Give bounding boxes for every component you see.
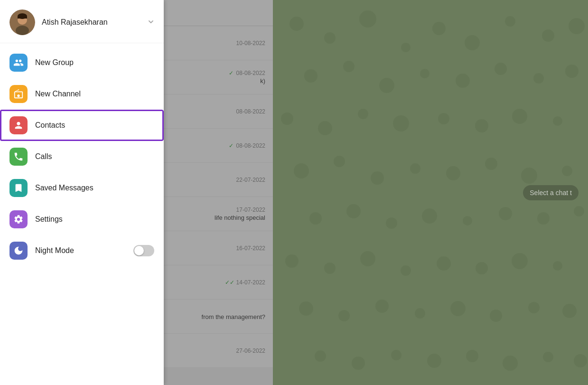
svg-point-36 (422, 208, 437, 224)
svg-point-63 (543, 352, 553, 362)
svg-point-1 (324, 32, 336, 44)
svg-point-40 (574, 206, 584, 216)
svg-point-2 (359, 10, 376, 28)
svg-point-59 (391, 350, 401, 360)
svg-point-6 (505, 16, 515, 27)
svg-point-20 (393, 115, 409, 131)
app-container: 10-08-2022 ✓ 08-08-2022 k) 08-08-2022 ✓ … (0, 0, 588, 385)
svg-point-23 (512, 109, 527, 124)
svg-point-34 (346, 204, 361, 218)
sidebar-item-new-group[interactable]: New Group (0, 47, 164, 78)
svg-point-21 (438, 113, 449, 124)
svg-point-19 (358, 109, 368, 119)
svg-point-16 (565, 65, 579, 78)
svg-point-45 (437, 256, 451, 271)
svg-point-57 (315, 350, 326, 362)
svg-point-8 (569, 18, 585, 34)
svg-point-12 (420, 69, 429, 78)
moon-icon (9, 242, 28, 260)
svg-point-39 (537, 212, 550, 225)
svg-point-38 (499, 207, 512, 220)
svg-point-27 (371, 171, 384, 185)
svg-point-31 (521, 168, 537, 184)
settings-label: Settings (35, 215, 154, 224)
svg-point-28 (410, 163, 420, 174)
chevron-down-icon (148, 19, 154, 27)
svg-point-5 (465, 35, 480, 50)
svg-point-52 (415, 308, 425, 319)
saved-messages-label: Saved Messages (35, 184, 154, 192)
svg-point-4 (432, 22, 446, 35)
svg-point-35 (386, 217, 397, 229)
gear-icon (9, 210, 28, 228)
svg-point-0 (289, 17, 304, 31)
contacts-label: Contacts (35, 121, 154, 130)
menu-items: New Group New Channel Contacts (0, 43, 164, 385)
sidebar-item-contacts[interactable]: Contacts (0, 110, 164, 141)
svg-point-54 (490, 310, 502, 322)
svg-point-64 (574, 354, 587, 367)
avatar (9, 9, 35, 35)
svg-point-29 (446, 166, 460, 180)
svg-point-32 (562, 166, 572, 176)
chat-background: Select a chat t (273, 0, 588, 385)
calls-label: Calls (35, 152, 154, 161)
svg-point-9 (304, 69, 317, 83)
svg-point-14 (495, 63, 507, 75)
night-mode-toggle[interactable] (133, 245, 154, 256)
svg-point-30 (485, 158, 497, 170)
svg-point-51 (375, 300, 389, 313)
svg-point-58 (352, 357, 365, 370)
svg-point-42 (324, 263, 336, 274)
svg-point-48 (553, 261, 562, 271)
svg-point-13 (456, 74, 470, 88)
svg-point-37 (463, 216, 472, 225)
user-profile[interactable]: Atish Rajasekharan (0, 0, 164, 43)
svg-point-60 (427, 354, 441, 368)
people-icon (9, 54, 28, 72)
svg-point-55 (528, 302, 540, 313)
svg-point-22 (475, 119, 488, 132)
user-name: Atish Rajasekharan (42, 18, 141, 27)
svg-point-15 (533, 73, 544, 84)
new-group-label: New Group (35, 58, 154, 67)
sidebar-item-calls[interactable]: Calls (0, 141, 164, 172)
svg-point-67 (16, 26, 29, 35)
svg-point-17 (281, 113, 293, 125)
svg-point-47 (512, 253, 528, 269)
svg-point-24 (553, 116, 562, 126)
svg-point-3 (401, 43, 411, 52)
svg-point-50 (338, 310, 350, 321)
night-mode-label: Night Mode (35, 246, 126, 255)
svg-point-53 (450, 301, 466, 316)
svg-point-11 (379, 78, 394, 93)
sidebar-item-night-mode[interactable]: Night Mode (0, 235, 164, 266)
svg-point-49 (299, 301, 313, 316)
person-icon (9, 116, 28, 134)
sidebar-item-saved-messages[interactable]: Saved Messages (0, 172, 164, 204)
svg-point-18 (318, 121, 332, 135)
sidebar-menu: Atish Rajasekharan New Group (0, 0, 164, 385)
svg-point-7 (542, 29, 554, 42)
broadcast-icon (9, 85, 28, 103)
background-pattern (273, 0, 588, 385)
svg-point-10 (343, 61, 355, 72)
sidebar-item-settings[interactable]: Settings (0, 204, 164, 235)
svg-point-26 (334, 156, 345, 167)
svg-rect-69 (18, 16, 27, 19)
phone-icon (9, 148, 28, 166)
new-channel-label: New Channel (35, 90, 154, 98)
svg-point-33 (309, 212, 322, 225)
svg-point-46 (476, 262, 488, 274)
svg-point-61 (466, 350, 478, 362)
svg-point-56 (562, 304, 577, 318)
svg-point-41 (285, 254, 299, 268)
svg-point-43 (360, 251, 375, 266)
svg-point-25 (294, 163, 309, 178)
svg-point-62 (503, 356, 518, 371)
bookmark-icon (9, 179, 28, 197)
sidebar-item-new-channel[interactable]: New Channel (0, 78, 164, 110)
svg-point-44 (401, 265, 411, 276)
